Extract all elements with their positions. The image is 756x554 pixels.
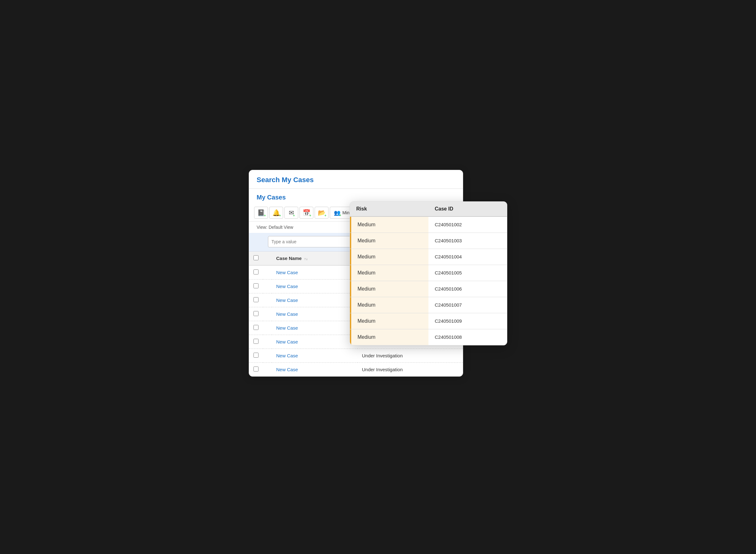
row-spacer xyxy=(263,363,272,377)
overlay-row: Medium C240501003 xyxy=(350,233,507,249)
overlay-risk-cell: Medium xyxy=(350,329,428,345)
row-case-name: New Case xyxy=(272,349,358,363)
new-alert-button[interactable]: 🔔＋ xyxy=(269,207,283,219)
row-checkbox-0[interactable] xyxy=(254,269,259,274)
overlay-caseid-cell[interactable]: C240501005 xyxy=(428,265,507,281)
overlay-risk-cell: Medium xyxy=(350,265,428,281)
row-case-name: New Case xyxy=(272,280,358,293)
overlay-row: Medium C240501009 xyxy=(350,313,507,329)
row-checkbox-cell xyxy=(249,321,263,335)
row-status: Under Investigation xyxy=(358,363,463,377)
new-notebook-button[interactable]: 📓＋ xyxy=(254,207,268,219)
row-checkbox-cell xyxy=(249,293,263,307)
row-status: Under Investigation xyxy=(358,349,463,363)
row-checkbox-3[interactable] xyxy=(254,311,259,316)
overlay-row: Medium C240501008 xyxy=(350,329,507,345)
table-row: New Case Under Investigation xyxy=(249,349,463,363)
notebook-icon: 📓＋ xyxy=(257,209,265,217)
overlay-risk-header: Risk xyxy=(350,202,428,216)
case-name-link[interactable]: New Case xyxy=(276,311,298,317)
main-card-header: Search My Cases xyxy=(249,170,463,189)
case-name-link[interactable]: New Case xyxy=(276,284,298,289)
overlay-header: Risk Case ID xyxy=(350,202,507,217)
select-all-checkbox[interactable] xyxy=(254,255,259,260)
row-spacer xyxy=(263,335,272,349)
overlay-body: Medium C240501002 Medium C240501003 Medi… xyxy=(350,217,507,345)
th-spacer xyxy=(263,252,272,265)
row-case-name: New Case xyxy=(272,265,358,280)
overlay-caseid-cell[interactable]: C240501004 xyxy=(428,249,507,265)
overlay-risk-cell: Medium xyxy=(350,233,428,248)
view-value: Default View xyxy=(269,225,293,230)
case-name-link[interactable]: New Case xyxy=(276,297,298,303)
row-checkbox-cell xyxy=(249,335,263,349)
row-spacer xyxy=(263,280,272,293)
calendar-icon: 📅＋ xyxy=(303,209,311,217)
overlay-row: Medium C240501002 xyxy=(350,217,507,233)
overlay-caseid-cell[interactable]: C240501008 xyxy=(428,329,507,345)
overlay-caseid-header: Case ID xyxy=(428,202,507,216)
table-row: New Case Under Investigation xyxy=(249,363,463,377)
plus-badge-5: ＋ xyxy=(324,214,327,217)
overlay-row: Medium C240501005 xyxy=(350,265,507,281)
view-text: View: xyxy=(257,225,267,230)
minor-group-add-icon: 👥＋ xyxy=(334,210,340,216)
row-checkbox-cell xyxy=(249,280,263,293)
plus-badge-4: ＋ xyxy=(309,214,312,217)
row-case-name: New Case xyxy=(272,307,358,321)
overlay-caseid-cell[interactable]: C240501006 xyxy=(428,281,507,297)
case-name-link[interactable]: New Case xyxy=(276,353,298,358)
scene: Search My Cases My Cases 📓＋ 🔔＋ ✉＋ xyxy=(249,170,507,384)
overlay-risk-cell: Medium xyxy=(350,217,428,233)
row-case-name: New Case xyxy=(272,293,358,307)
row-checkbox-cell xyxy=(249,363,263,377)
row-case-name: New Case xyxy=(272,363,358,377)
overlay-row: Medium C240501004 xyxy=(350,249,507,265)
overlay-risk-cell: Medium xyxy=(350,281,428,297)
row-spacer xyxy=(263,349,272,363)
case-name-link[interactable]: New Case xyxy=(276,367,298,372)
new-folder-button[interactable]: 📂＋ xyxy=(315,207,328,219)
new-email-button[interactable]: ✉＋ xyxy=(284,207,298,219)
overlay-risk-cell: Medium xyxy=(350,297,428,313)
overlay-caseid-cell[interactable]: C240501002 xyxy=(428,217,507,233)
row-spacer xyxy=(263,307,272,321)
folder-icon: 📂＋ xyxy=(318,209,326,217)
row-checkbox-1[interactable] xyxy=(254,283,259,288)
case-name-link[interactable]: New Case xyxy=(276,339,298,344)
row-checkbox-cell xyxy=(249,349,263,363)
overlay-card: Risk Case ID Medium C240501002 Medium C2… xyxy=(349,201,507,345)
plus-badge-3: ＋ xyxy=(292,214,295,217)
filter-spacer xyxy=(254,236,265,247)
email-icon: ✉＋ xyxy=(289,209,294,217)
overlay-row: Medium C240501006 xyxy=(350,281,507,297)
plus-badge-2: ＋ xyxy=(278,214,281,217)
row-checkbox-2[interactable] xyxy=(254,297,259,302)
row-spacer xyxy=(263,293,272,307)
case-name-link[interactable]: New Case xyxy=(276,325,298,331)
row-checkbox-7[interactable] xyxy=(254,367,259,372)
th-case-name[interactable]: Case Name ↑↓ xyxy=(272,252,358,265)
row-checkbox-4[interactable] xyxy=(254,325,259,330)
alert-icon: 🔔＋ xyxy=(272,209,280,217)
plus-badge-6: ＋ xyxy=(339,214,342,217)
row-case-name: New Case xyxy=(272,321,358,335)
overlay-caseid-cell[interactable]: C240501007 xyxy=(428,297,507,313)
page-title: Search My Cases xyxy=(257,176,314,184)
row-spacer xyxy=(263,321,272,335)
overlay-caseid-cell[interactable]: C240501003 xyxy=(428,233,507,248)
row-case-name: New Case xyxy=(272,335,358,349)
overlay-row: Medium C240501007 xyxy=(350,297,507,313)
row-spacer xyxy=(263,265,272,280)
row-checkbox-6[interactable] xyxy=(254,353,259,358)
case-name-link[interactable]: New Case xyxy=(276,270,298,275)
plus-badge: ＋ xyxy=(263,214,266,217)
overlay-risk-cell: Medium xyxy=(350,249,428,265)
new-calendar-button[interactable]: 📅＋ xyxy=(300,207,313,219)
overlay-caseid-cell[interactable]: C240501009 xyxy=(428,313,507,329)
sort-icon: ↑↓ xyxy=(304,257,308,261)
overlay-risk-cell: Medium xyxy=(350,313,428,329)
row-checkbox-cell xyxy=(249,265,263,280)
case-name-header-label: Case Name xyxy=(276,256,302,261)
row-checkbox-5[interactable] xyxy=(254,339,259,344)
